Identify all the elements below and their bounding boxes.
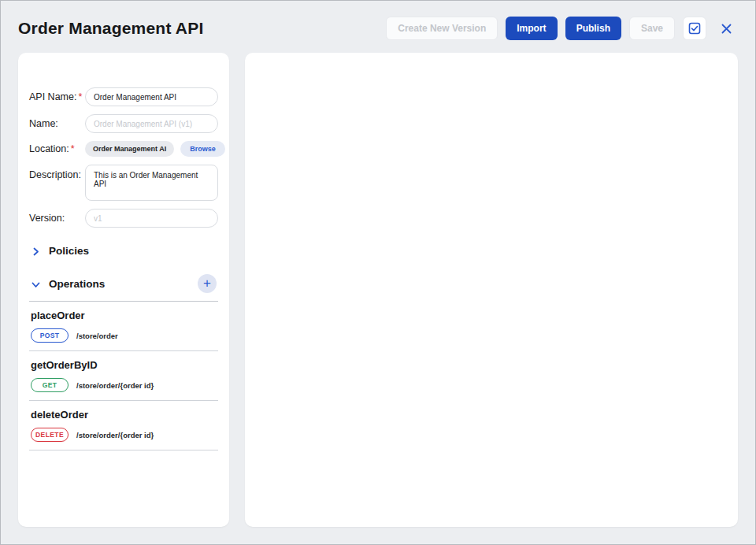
check-square-icon: [688, 22, 701, 35]
api-name-input[interactable]: [85, 87, 218, 106]
version-input[interactable]: [85, 209, 218, 228]
operation-meta: DELETE /store/order/{order id}: [31, 428, 217, 442]
chevron-right-icon: [31, 246, 41, 256]
description-input[interactable]: This is an Order Management API: [85, 165, 218, 201]
api-name-row: API Name:*: [29, 87, 218, 106]
import-button[interactable]: Import: [506, 17, 557, 40]
create-new-version-button[interactable]: Create New Version: [386, 17, 498, 40]
operations-list: placeOrder POST /store/order getOrderByI…: [29, 301, 218, 450]
location-row: Location:* Order Management AI Browse: [29, 141, 218, 157]
validate-button[interactable]: [683, 17, 706, 40]
operation-path: /store/order/{order id}: [76, 381, 154, 390]
publish-button[interactable]: Publish: [565, 17, 621, 40]
policies-section-label: Policies: [49, 245, 89, 257]
required-asterisk: *: [78, 91, 82, 102]
name-row: Name:: [29, 114, 218, 133]
operation-meta: GET /store/order/{order id}: [31, 378, 217, 392]
location-chips: Order Management AI Browse: [85, 141, 225, 157]
api-canvas-panel: [245, 53, 738, 527]
version-label: Version:: [29, 213, 85, 224]
method-badge: GET: [31, 378, 69, 392]
main-content: API Name:* Name: Location:* Order Manage…: [1, 53, 755, 527]
operation-item[interactable]: getOrderByID GET /store/order/{order id}: [29, 351, 218, 401]
header-actions: Create New Version Import Publish Save: [386, 17, 738, 40]
api-name-label: API Name:*: [29, 91, 85, 102]
policies-section-toggle[interactable]: Policies: [29, 235, 218, 265]
operation-item[interactable]: deleteOrder DELETE /store/order/{order i…: [29, 401, 218, 450]
operation-name: deleteOrder: [31, 409, 217, 421]
operation-item[interactable]: placeOrder POST /store/order: [29, 302, 218, 351]
description-label: Description:: [29, 165, 85, 180]
chevron-down-icon: [31, 279, 41, 289]
method-badge: POST: [31, 328, 69, 343]
required-asterisk: *: [71, 143, 75, 154]
operation-meta: POST /store/order: [31, 328, 217, 343]
method-badge: DELETE: [31, 428, 69, 442]
add-operation-button[interactable]: +: [198, 274, 217, 293]
version-row: Version:: [29, 209, 218, 228]
operation-path: /store/order/{order id}: [76, 431, 154, 439]
operations-section-toggle[interactable]: Operations +: [29, 265, 218, 301]
location-value-chip: Order Management AI: [85, 141, 174, 157]
operations-section-label: Operations: [49, 278, 105, 290]
browse-button[interactable]: Browse: [180, 141, 225, 157]
save-button[interactable]: Save: [629, 17, 675, 40]
location-label: Location:*: [29, 143, 85, 154]
header: Order Management API Create New Version …: [1, 1, 755, 53]
operation-path: /store/order: [76, 332, 118, 340]
close-icon: [721, 23, 732, 35]
close-button[interactable]: [714, 17, 738, 40]
api-details-panel: API Name:* Name: Location:* Order Manage…: [18, 53, 229, 527]
page-title: Order Management API: [18, 19, 203, 38]
name-label: Name:: [29, 118, 85, 129]
name-input[interactable]: [85, 114, 218, 133]
operation-name: placeOrder: [31, 310, 217, 321]
description-row: Description: This is an Order Management…: [29, 165, 218, 201]
operation-name: getOrderByID: [31, 359, 217, 371]
